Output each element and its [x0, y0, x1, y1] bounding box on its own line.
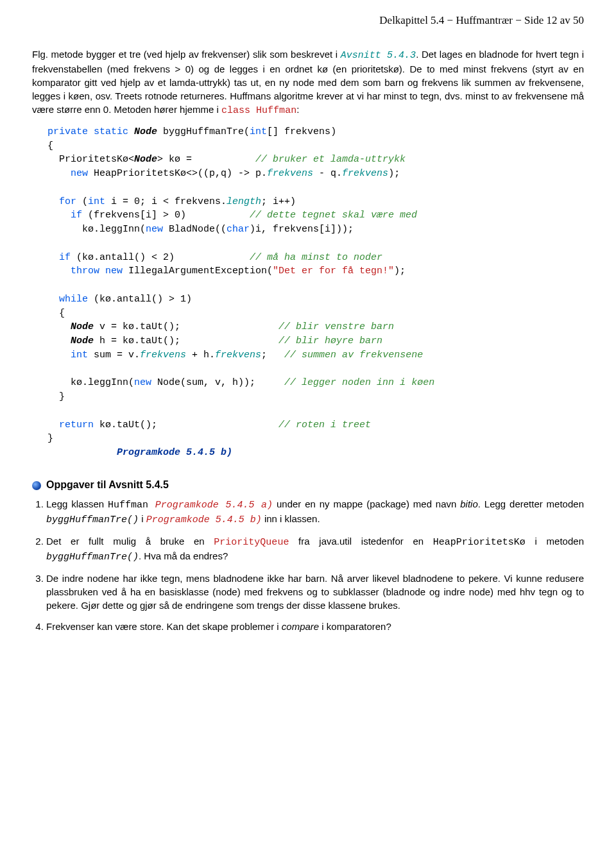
- intro-paragraph: Flg. metode bygger et tre (ved hjelp av …: [32, 47, 584, 117]
- task4-a: Frekvenser kan være store. Kan det skape…: [46, 621, 282, 632]
- task1-d: under en ny mappe (package) med navn: [273, 498, 460, 509]
- section-title: Oppgaver til Avsnitt 5.4.5: [32, 478, 584, 492]
- class-huffman-ref: class Huffman: [221, 105, 296, 116]
- task1-b: Huffman: [108, 500, 148, 511]
- task1-i-link[interactable]: Programkode 5.4.5 b): [146, 514, 262, 525]
- task-2: Det er fullt mulig å bruke en PriorityQu…: [46, 534, 584, 564]
- bullet-icon: [32, 481, 41, 490]
- task1-e: bitio: [460, 498, 478, 509]
- task2-c: fra java.util istedenfor en: [289, 536, 432, 547]
- task2-g: . Hva må da endres?: [139, 550, 228, 561]
- task4-c: i komparatoren?: [319, 621, 391, 632]
- task4-b: compare: [282, 621, 319, 632]
- task2-a: Det er fullt mulig å bruke en: [46, 536, 214, 547]
- task1-f: . Legg deretter metoden: [478, 498, 584, 509]
- task1-h: i: [139, 513, 146, 524]
- task-1: Legg klassen Huffman Programkode 5.4.5 a…: [46, 497, 584, 527]
- task1-j: inn i klassen.: [262, 513, 320, 524]
- intro-text-a: Flg. metode bygger et tre (ved hjelp av …: [32, 49, 341, 60]
- intro-text-c: :: [296, 104, 299, 115]
- task2-e: i metoden: [526, 536, 584, 547]
- task2-d: HeapPrioritetsKø: [433, 537, 526, 548]
- task1-c-link[interactable]: Programkode 5.4.5 a): [148, 500, 273, 511]
- task1-g: byggHuffmanTre(): [46, 514, 139, 525]
- task2-f: byggHuffmanTre(): [46, 552, 139, 563]
- page-header: Delkapittel 5.4 − Huffmantrær − Side 12 …: [32, 13, 584, 28]
- code-caption: Programkode 5.4.5 b): [117, 447, 232, 458]
- link-avsnitt[interactable]: Avsnitt 5.4.3: [341, 50, 416, 61]
- section-title-text: Oppgaver til Avsnitt 5.4.5: [46, 479, 169, 490]
- task-3: De indre nodene har ikke tegn, mens blad…: [46, 572, 584, 612]
- task-4: Frekvenser kan være store. Kan det skape…: [46, 620, 584, 633]
- task-list: Legg klassen Huffman Programkode 5.4.5 a…: [32, 497, 584, 633]
- task2-b: PriorityQueue: [214, 537, 289, 548]
- code-block: private static Node byggHuffmanTre(int[]…: [47, 125, 584, 460]
- task1-a: Legg klassen: [46, 498, 108, 509]
